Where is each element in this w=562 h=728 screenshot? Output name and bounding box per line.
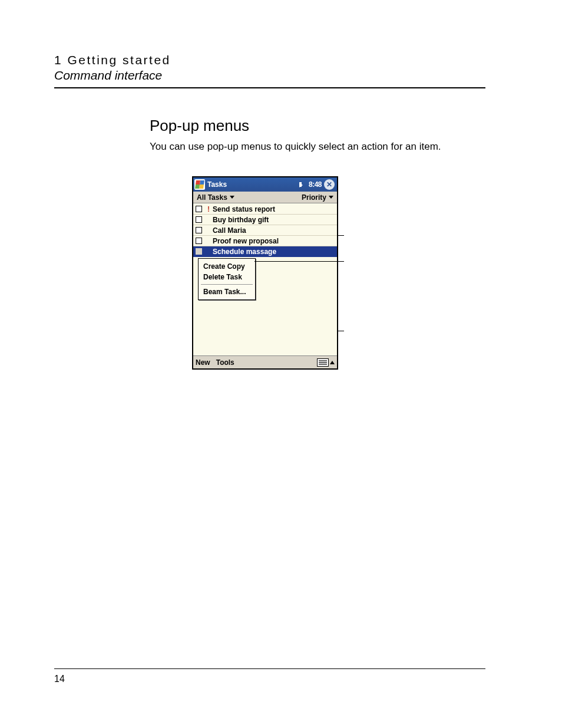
task-label: Send status report: [213, 205, 275, 213]
app-title: Tasks: [207, 180, 227, 189]
filter-bar: All Tasks Priority: [193, 192, 337, 203]
filter-category[interactable]: All Tasks: [197, 193, 234, 202]
task-row[interactable]: Call Maria: [193, 225, 337, 236]
new-button[interactable]: New: [196, 358, 210, 367]
menu-item-create-copy[interactable]: Create Copy: [199, 261, 255, 272]
task-label: Buy birthday gift: [213, 216, 269, 224]
body-text: You can use pop-up menus to quickly sele…: [150, 141, 485, 153]
task-row-selected[interactable]: Schedule massage: [193, 246, 337, 257]
section-title: Command interface: [54, 68, 485, 83]
keyboard-icon[interactable]: [317, 358, 329, 367]
task-list: ! Send status report Buy birthday gift C…: [193, 203, 337, 355]
page-header: 1 Getting started Command interface: [54, 53, 485, 88]
filter-sort-label: Priority: [302, 193, 326, 202]
callout-line: [254, 261, 344, 262]
priority-icon: !: [206, 205, 211, 213]
filter-category-label: All Tasks: [197, 193, 227, 202]
tools-button[interactable]: Tools: [216, 358, 234, 367]
footer-rule: [54, 668, 485, 669]
menu-item-delete-task[interactable]: Delete Task: [199, 272, 255, 282]
task-checkbox[interactable]: [196, 248, 202, 255]
task-checkbox[interactable]: [196, 238, 202, 244]
task-checkbox[interactable]: [196, 206, 202, 212]
context-menu: Create Copy Delete Task Beam Task...: [198, 258, 256, 300]
chevron-down-icon: [230, 196, 234, 199]
task-row[interactable]: ! Send status report: [193, 204, 337, 215]
window-titlebar: Tasks 8:48 ✕: [193, 177, 337, 192]
heading-popup-menus: Pop-up menus: [150, 117, 485, 135]
start-icon[interactable]: [194, 179, 205, 190]
command-bar: New Tools: [193, 355, 337, 368]
task-row[interactable]: Buy birthday gift: [193, 215, 337, 225]
task-checkbox[interactable]: [196, 227, 202, 233]
task-row[interactable]: Proof new proposal: [193, 236, 337, 246]
chevron-down-icon: [329, 196, 333, 199]
chapter-title: 1 Getting started: [54, 53, 485, 67]
task-label: Call Maria: [213, 226, 246, 235]
page-number: 14: [54, 674, 65, 684]
chevron-up-icon[interactable]: [330, 361, 335, 364]
task-label: Schedule massage: [213, 248, 276, 256]
menu-separator: [201, 284, 253, 285]
filter-sort[interactable]: Priority: [302, 193, 333, 202]
clock-time: 8:48: [309, 180, 322, 189]
speaker-icon[interactable]: [299, 181, 308, 188]
task-checkbox[interactable]: [196, 216, 202, 223]
device-screenshot: Tasks 8:48 ✕ All Tasks Priority: [192, 176, 338, 370]
callout-line: [338, 331, 344, 331]
task-label: Proof new proposal: [213, 237, 279, 245]
callout-line: [338, 235, 344, 236]
close-icon[interactable]: ✕: [324, 179, 335, 190]
menu-item-beam-task[interactable]: Beam Task...: [199, 286, 255, 297]
